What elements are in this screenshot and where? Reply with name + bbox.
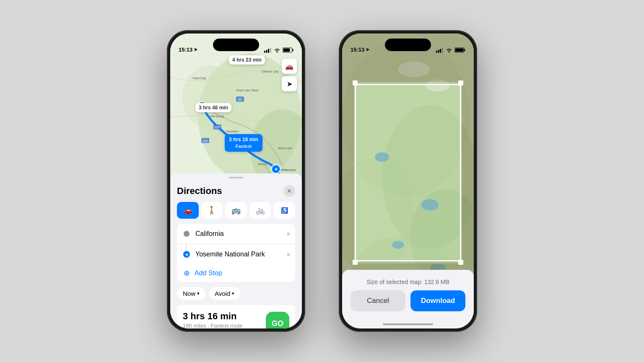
map-area-1[interactable]: Yuba City Carson City South Lake Tahoe E… bbox=[170, 34, 302, 197]
svg-rect-35 bbox=[442, 48, 443, 53]
transport-modes: 🚗 🚶 🚌 🚲 ♿ bbox=[177, 202, 295, 219]
directions-panel: Directions ✕ 🚗 🚶 🚌 🚲 ♿ California ≡ bbox=[170, 173, 302, 328]
transport-walk[interactable]: 🚶 bbox=[201, 202, 223, 219]
fastest-label: Fastest bbox=[229, 143, 258, 150]
svg-text:South Lake Tahoe: South Lake Tahoe bbox=[236, 89, 259, 92]
now-label: Now bbox=[183, 290, 195, 297]
panel-handle bbox=[229, 177, 244, 178]
route-card-1[interactable]: 3 hrs 16 min 180 miles · Fastest route i… bbox=[177, 305, 295, 328]
location-btn[interactable]: ➤ bbox=[282, 76, 297, 91]
corner-bl bbox=[353, 260, 358, 265]
svg-text:Stockton: Stockton bbox=[226, 129, 239, 133]
destination-row[interactable]: ★ Yosemite National Park ≡ bbox=[177, 244, 295, 264]
dest-star: ★ bbox=[182, 250, 191, 259]
destination-handle: ≡ bbox=[287, 251, 290, 257]
download-actions: Cancel Download bbox=[351, 290, 465, 311]
download-selection-rect[interactable] bbox=[355, 84, 461, 261]
corner-tl bbox=[353, 80, 358, 85]
dynamic-island-2 bbox=[385, 39, 431, 51]
cancel-button[interactable]: Cancel bbox=[351, 290, 405, 311]
download-panel: Size of selected map: 132.6 MB Cancel Do… bbox=[342, 270, 474, 328]
phone-1: 15:13 ➤ bbox=[167, 30, 305, 332]
directions-header: Directions ✕ bbox=[177, 182, 295, 202]
status-time-2: 15:13 ➤ bbox=[351, 47, 369, 53]
svg-text:Mount Lyell: Mount Lyell bbox=[278, 147, 292, 150]
download-button[interactable]: Download bbox=[410, 290, 465, 311]
signal-icon bbox=[264, 48, 272, 53]
route-badge-3hrs46: 3 hrs 46 min bbox=[195, 103, 231, 112]
svg-rect-38 bbox=[455, 49, 464, 52]
origin-icon bbox=[182, 229, 191, 238]
svg-rect-6 bbox=[283, 49, 290, 52]
phone-2-screen: 15:13 ➤ bbox=[342, 34, 474, 328]
transport-accessibility[interactable]: ♿ bbox=[273, 202, 295, 219]
go-button-1[interactable]: GO bbox=[266, 312, 289, 328]
battery-icon-2 bbox=[454, 47, 465, 53]
origin-text: California bbox=[195, 230, 283, 238]
dim-right bbox=[462, 82, 474, 264]
status-icons-2 bbox=[436, 47, 465, 53]
route-info-1: 3 hrs 16 min 180 miles · Fastest route i… bbox=[183, 311, 265, 328]
svg-text:Yuba City: Yuba City bbox=[192, 76, 206, 80]
add-stop-text: Add Stop bbox=[195, 269, 222, 277]
destination-icon: ★ bbox=[182, 250, 191, 259]
location-icon: ➤ bbox=[194, 47, 197, 52]
svg-rect-2 bbox=[268, 49, 269, 53]
route-time-1: 3 hrs 16 min bbox=[183, 311, 265, 322]
svg-text:Elk Grove: Elk Grove bbox=[210, 114, 224, 118]
battery-icon bbox=[283, 47, 293, 53]
phone-1-screen: 15:13 ➤ bbox=[170, 34, 302, 328]
transport-bike[interactable]: 🚲 bbox=[249, 202, 271, 219]
download-size-text: Size of selected map: 132.6 MB bbox=[366, 279, 449, 285]
svg-rect-5 bbox=[293, 49, 293, 51]
svg-rect-3 bbox=[270, 48, 271, 53]
svg-rect-34 bbox=[440, 49, 441, 53]
transport-car[interactable]: 🚗 bbox=[177, 202, 199, 219]
wifi-icon-2 bbox=[446, 48, 452, 53]
home-bar-2 bbox=[383, 323, 433, 325]
wifi-icon bbox=[274, 48, 280, 53]
svg-rect-1 bbox=[266, 50, 267, 53]
dynamic-island-1 bbox=[213, 39, 259, 51]
car-mode-btn[interactable]: 🚗 bbox=[282, 59, 297, 74]
add-stop-icon: ⊕ bbox=[182, 269, 191, 278]
svg-text:101: 101 bbox=[203, 139, 208, 143]
svg-rect-33 bbox=[438, 50, 439, 53]
origin-dot bbox=[183, 230, 190, 238]
fastest-time: 3 hrs 16 min bbox=[229, 136, 258, 143]
waypoints-container: California ≡ ★ Yosemite National Park ≡ … bbox=[177, 224, 295, 282]
status-time-1: 15:13 ➤ bbox=[179, 47, 197, 53]
now-pill[interactable]: Now ▾ bbox=[177, 287, 205, 300]
origin-row[interactable]: California ≡ bbox=[177, 224, 295, 244]
signal-icon-2 bbox=[436, 48, 444, 53]
directions-title: Directions bbox=[177, 186, 222, 197]
svg-rect-0 bbox=[264, 51, 265, 53]
svg-text:Merced: Merced bbox=[258, 163, 267, 165]
origin-handle: ≡ bbox=[287, 231, 290, 237]
options-row: Now ▾ Avoid ▾ bbox=[177, 287, 295, 300]
add-stop-row[interactable]: ⊕ Add Stop bbox=[177, 264, 295, 282]
svg-rect-32 bbox=[436, 51, 437, 53]
map-controls: 🚗 ➤ bbox=[282, 59, 297, 91]
corner-tr bbox=[458, 80, 463, 85]
avoid-pill[interactable]: Avoid ▾ bbox=[209, 287, 240, 300]
avoid-label: Avoid bbox=[215, 290, 230, 297]
route-badge-4hrs: 4 hrs 23 min bbox=[229, 55, 265, 65]
close-button[interactable]: ✕ bbox=[283, 185, 295, 197]
svg-text:★: ★ bbox=[274, 167, 278, 171]
route-badge-fastest: 3 hrs 16 min Fastest bbox=[225, 134, 262, 152]
dim-left bbox=[342, 82, 354, 264]
svg-text:80: 80 bbox=[238, 98, 242, 101]
now-chevron: ▾ bbox=[197, 291, 200, 296]
location-icon-2: ➤ bbox=[366, 47, 369, 52]
phone-2: 15:13 ➤ bbox=[339, 30, 477, 332]
route-detail-1: 180 miles · Fastest route bbox=[183, 323, 265, 328]
svg-text:Wilderness: Wilderness bbox=[280, 168, 296, 172]
destination-text: Yosemite National Park bbox=[195, 251, 283, 258]
corner-br bbox=[458, 260, 463, 265]
svg-rect-37 bbox=[465, 49, 465, 51]
status-icons-1 bbox=[264, 47, 293, 53]
transport-transit[interactable]: 🚌 bbox=[225, 202, 247, 219]
svg-text:Carson City: Carson City bbox=[262, 70, 279, 73]
avoid-chevron: ▾ bbox=[232, 291, 234, 296]
